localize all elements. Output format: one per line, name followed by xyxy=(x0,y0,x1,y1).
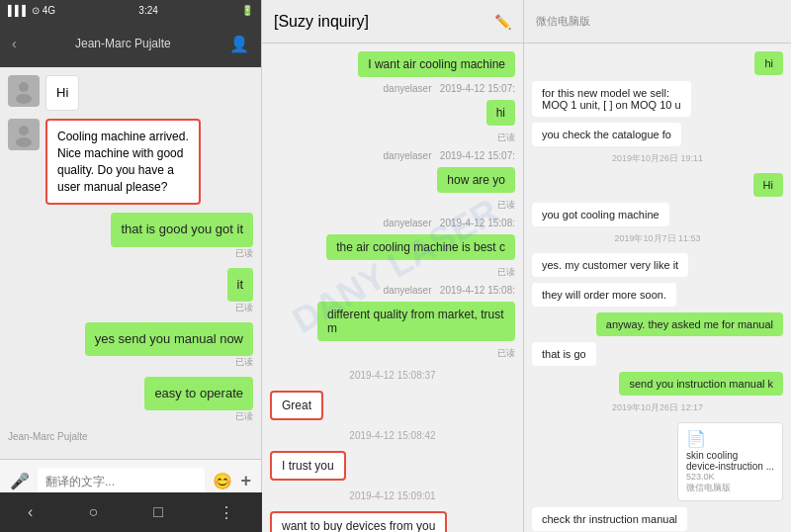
left-chat-area: Hi Cooling machine arrived.Nice machine … xyxy=(0,67,261,459)
menu-nav-icon[interactable]: ⋮ xyxy=(219,503,234,522)
right-msg-order: they will order more soon. xyxy=(532,283,676,307)
read-mid-2: 已读 xyxy=(497,199,515,212)
msg-bubble-hi: Hi xyxy=(45,75,79,111)
message-input[interactable] xyxy=(38,468,205,495)
emoji-icon[interactable]: 😊 xyxy=(213,472,232,490)
mid-meta-4: danyelaser 2019-4-12 15:08: xyxy=(384,285,515,296)
msg-row-out4: easy to operate 已读 xyxy=(8,377,253,423)
nav-bar: ‹ ○ □ ⋮ xyxy=(0,492,262,532)
right-header: 微信电脑版 xyxy=(524,0,791,44)
right-msg-check: check thr instruction manual xyxy=(532,507,687,531)
battery-icon: 🔋 xyxy=(241,5,253,16)
read-mid-4: 已读 xyxy=(497,347,515,360)
mid-msg-aircooling: the air cooling machine is best c xyxy=(326,234,515,260)
file-size: 523.0K xyxy=(686,472,774,482)
avatar-row-incoming2: Cooling machine arrived.Nice machine wit… xyxy=(8,119,253,205)
right-chat-area: hi for this new model we sell: MOQ 1 uni… xyxy=(524,44,791,532)
mic-icon[interactable]: 🎤 xyxy=(10,472,30,490)
contact-label-bottom: Jean-Marc Pujalte xyxy=(8,431,88,442)
msg-row: Hi xyxy=(8,75,253,111)
mid-meta-1: danyelaser 2019-4-12 15:07: xyxy=(384,83,515,94)
svg-point-3 xyxy=(16,137,32,147)
avatar2 xyxy=(8,119,40,150)
right-msg-catalogue: you check the catalogue fo xyxy=(532,123,681,146)
app-container: DANY LASER ▌▌▌ ⊙ 4G 3:24 🔋 ‹ Jean-Marc P… xyxy=(0,0,791,532)
mid-msg-trust: I trust you xyxy=(270,451,346,481)
right-msg-hi2: Hi xyxy=(753,173,783,197)
msg-row-out1: that is good you got it 已读 xyxy=(8,213,253,259)
file-source: 微信电脑版 xyxy=(686,482,774,494)
mid-timestamp-1: 2019-4-12 15:08:37 xyxy=(270,370,515,381)
svg-point-1 xyxy=(16,94,32,104)
profile-icon[interactable]: 👤 xyxy=(229,35,249,53)
right-msg-manual-req: anyway. they asked me for manual xyxy=(596,312,783,336)
add-icon[interactable]: + xyxy=(240,471,251,491)
mid-title: [Suzy inquiry] xyxy=(274,13,369,31)
file-name: skin coolingdevice-instruction ... xyxy=(686,450,774,472)
mid-msg-quality: different quality from market, trust m xyxy=(317,302,515,341)
mid-msg-great: Great xyxy=(270,391,323,420)
avatar xyxy=(8,75,40,107)
left-header: ‹ Jean-Marc Pujalte 👤 xyxy=(0,20,261,67)
right-ts-1: 2019年10月26日 19:11 xyxy=(532,152,783,165)
read-tag-4: 已读 xyxy=(235,410,253,423)
mid-meta-2: danyelaser 2019-4-12 15:07: xyxy=(384,150,515,161)
mid-meta-3: danyelaser 2019-4-12 15:08: xyxy=(384,218,515,228)
mid-msg-hi: hi xyxy=(486,100,515,126)
left-panel: ▌▌▌ ⊙ 4G 3:24 🔋 ‹ Jean-Marc Pujalte 👤 Hi xyxy=(0,0,262,532)
file-icon: 📄 xyxy=(686,429,774,448)
mid-timestamp-3: 2019-4-12 15:09:01 xyxy=(270,490,515,501)
right-msg-model: for this new model we sell: MOQ 1 unit, … xyxy=(532,81,691,117)
svg-point-2 xyxy=(19,126,29,135)
file-card: 📄 skin coolingdevice-instruction ... 523… xyxy=(677,422,783,501)
read-mid-3: 已读 xyxy=(497,266,515,279)
header-name: Jean-Marc Pujalte xyxy=(75,37,171,50)
msg-row-highlighted: Cooling machine arrived.Nice machine wit… xyxy=(8,119,253,205)
msg-bubble-cooling: Cooling machine arrived.Nice machine wit… xyxy=(45,119,201,205)
read-mid-1: 已读 xyxy=(497,132,515,144)
right-msg-hi: hi xyxy=(754,51,783,75)
right-msg-thatis: that is go xyxy=(532,342,596,366)
mid-msg-inquiry: I want air cooling machine xyxy=(358,51,515,77)
right-msg-customer: yes. my customer very like it xyxy=(532,253,688,277)
right-title: 微信电脑版 xyxy=(536,14,590,29)
right-msg-gotmachine: you got cooling machine xyxy=(532,203,669,226)
svg-point-0 xyxy=(19,82,29,92)
avatar-row-out2: it xyxy=(8,268,253,302)
msg-row-out2: it 已读 xyxy=(8,268,253,314)
right-ts-2: 2019年10月7日 11:53 xyxy=(532,232,783,245)
read-tag-3: 已读 xyxy=(235,356,253,369)
msg-bubble-manual: yes send you manual now xyxy=(85,322,253,356)
read-tag-1: 已读 xyxy=(235,247,253,260)
right-msg-instruction: send you instruction manual k xyxy=(619,372,783,396)
mid-msg-howareyou: how are yo xyxy=(437,167,515,193)
msg-bubble-it: it xyxy=(227,268,254,302)
mid-timestamp-2: 2019-4-12 15:08:42 xyxy=(270,430,515,441)
back-button[interactable]: ‹ xyxy=(12,36,17,51)
mid-chat-area: I want air cooling machine danyelaser 20… xyxy=(262,44,523,532)
mid-header: [Suzy inquiry] ✏️ xyxy=(262,0,523,44)
mid-panel: [Suzy inquiry] ✏️ I want air cooling mac… xyxy=(262,0,524,532)
read-tag-2: 已读 xyxy=(235,302,253,314)
time-display: 3:24 xyxy=(138,5,157,16)
status-bar: ▌▌▌ ⊙ 4G 3:24 🔋 xyxy=(0,0,261,20)
avatar-row-out3: yes send you manual now xyxy=(8,322,253,356)
back-nav-icon[interactable]: ‹ xyxy=(28,503,33,521)
home-nav-icon[interactable]: ○ xyxy=(88,503,98,521)
recent-nav-icon[interactable]: □ xyxy=(153,503,163,521)
avatar-row-out4: easy to operate xyxy=(8,377,253,410)
mid-edit-icon[interactable]: ✏️ xyxy=(494,14,511,30)
signal-icon: ▌▌▌ ⊙ 4G xyxy=(8,5,55,16)
avatar-row-out1: that is good you got it xyxy=(8,213,253,246)
msg-bubble-good: that is good you got it xyxy=(111,213,253,246)
right-panel: 微信电脑版 hi for this new model we sell: MOQ… xyxy=(524,0,791,532)
right-ts-3: 2019年10月26日 12:17 xyxy=(532,401,783,414)
msg-row-out3: yes send you manual now 已读 xyxy=(8,322,253,369)
mid-msg-buy: want to buy devices from you xyxy=(270,511,447,532)
avatar-row-incoming: Hi xyxy=(8,75,253,111)
msg-bubble-easy: easy to operate xyxy=(144,377,253,410)
